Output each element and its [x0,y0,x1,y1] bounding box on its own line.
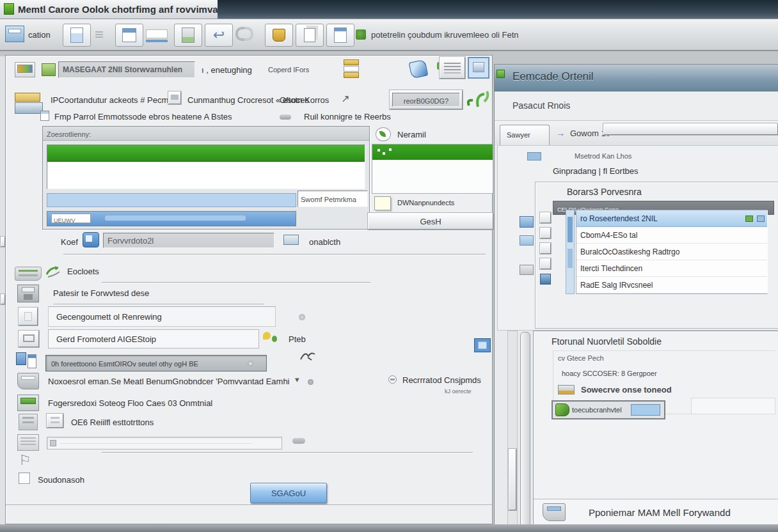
button-blue-segment [631,404,660,416]
underline-icon[interactable] [146,29,168,42]
recr-sub-label: kJ oerecte [445,388,472,395]
frame-icon[interactable] [19,331,39,347]
list-view-button[interactable] [440,57,465,79]
toolbar-left-label[interactable]: cation [28,30,51,40]
screen-icon [520,235,534,246]
gecen-row[interactable]: Gecengoumett ol Renrewing [48,306,276,327]
group-title: Borars3 Porvesnra [567,187,642,197]
badge-icon[interactable] [168,91,181,104]
item-icon-3 [540,243,551,254]
radio-icon[interactable] [388,375,397,384]
reply-button[interactable]: ↩ [205,24,233,47]
hoacy-label: hoacy SCCOSER: 8 Gergpoer [562,370,657,377]
shield-icon[interactable] [409,59,429,79]
main-toolbar: cation ≡ ↩ potetrelin çoubdum ikruvemlee… [0,19,778,51]
forward-schedule-panel: Ftorunal Nuorvletil Soboldie cv Gtece Pe… [533,331,778,532]
selected-row[interactable] [372,145,493,160]
monitor-icon [15,62,35,77]
panel-title: Ftorunal Nuorvletil Soboldie [552,336,662,347]
image-icon [473,62,484,72]
list-item[interactable]: RadE Salg IRvcsneel [576,277,767,293]
blank-icon[interactable] [19,308,38,325]
accounts-list[interactable]: ro Roseertendest 2NIL CbomA4-ESo tal Bur… [576,210,768,294]
forward-address-field[interactable]: Forvvrdoto2l [103,233,274,248]
subtitle-band: Pasacut Rnois [495,91,778,121]
canary-icon [263,332,280,346]
tab-strip: Sawyer → Gowom 10 [495,121,778,145]
save-disk-icon [17,285,39,302]
forwarding-button[interactable]: reorB0G0DG? [390,90,463,109]
recr-label[interactable]: Recrrratod Cnsjpmds [402,375,481,385]
account-note: ı , enetughing [202,65,252,75]
window-titlebar: Memtl Carore Oolok chotrfimg anf rovvimv… [0,0,778,19]
right-app-icon [496,70,505,78]
list-item[interactable]: BuralcOcOastikeshg Radtrgo [576,244,767,260]
send-progress-area [47,145,365,189]
caret-down-icon[interactable]: ▾ [295,375,299,384]
pc-icon [520,216,534,228]
accounts-label: IPCoortandutur ackeots # Pecm [51,95,168,105]
forward-rule-dropdown[interactable]: 0h foreettoono EsmtOIROv seutel othy ogH… [45,355,267,372]
new-document-button[interactable] [63,24,91,47]
list-item[interactable]: ro Roseertendest 2NIL [576,210,767,227]
copy-stack-icon[interactable] [344,59,363,79]
list-item[interactable]: CbomA4-ESo tal [576,227,767,244]
window-title: Memtl Carore Oolok chotrfimg anf rovvimv… [18,4,218,15]
list-item[interactable]: Itercti Tlechdincen [576,260,767,277]
pop-panel-label: Fmp Parrol Emmotssode ebros heatene A Bs… [54,112,232,121]
clamp-icon[interactable] [235,27,253,41]
archive-button[interactable] [265,24,293,47]
right-titlebar: Eemcade Ortenil [495,65,778,91]
clipboard-button[interactable] [174,24,202,47]
new-document-icon [70,27,83,43]
gerd-row[interactable]: Gerd Fromoterd AIGEStoip [48,329,259,348]
neramil-list[interactable] [372,144,493,194]
soudon-label[interactable]: Soudonasoh [38,475,84,485]
side-inset-box [691,398,775,414]
separator [102,282,370,283]
list-thumb-strip [566,210,575,294]
group-header-label: Zoesrotlienny: [47,130,91,138]
account-field[interactable]: MASEGAAT 2NII Storwvarnuhlen [58,61,195,78]
file-button[interactable] [326,24,354,47]
rules-label: Ruil konnigre te Reerbs [304,112,391,121]
vertical-scrollbar[interactable] [507,331,518,529]
copy-button[interactable] [296,24,324,47]
underline [53,304,264,304]
enable-label[interactable]: onablcth [309,237,340,247]
gesh-button[interactable]: GesH [368,213,493,230]
titlebar-dark-region [218,0,778,19]
empty-slider[interactable] [47,437,282,450]
window-bottom-edge [0,524,778,532]
gtece-label: cv Gtece Pech [558,354,604,362]
msetrod-label: Msetrod Kan Lhos [575,152,631,160]
soudon-checkbox[interactable] [19,473,30,484]
ginp-label: Ginpradang | fl Eortbes [553,166,638,176]
window-view-button[interactable] [115,24,143,47]
copied-label: Coperd IFors [268,66,309,74]
list-page-icon [17,434,39,451]
scrollbar-thumb[interactable] [509,449,516,510]
panel-splitter[interactable] [520,332,530,531]
restrictions-label[interactable]: OE6 Reiilfl esttotrttons [71,418,154,427]
pteb-label: Pteb [289,334,306,344]
bottom-status-row[interactable]: Pponiemar MAM Mell Forywandd [534,499,778,526]
image-view-button[interactable] [468,57,489,79]
send-button[interactable]: SGAGoU [250,483,327,503]
device-icon [520,265,534,275]
green-arrows-icon [44,263,62,279]
app-icon [4,3,14,15]
dictionary-button[interactable]: toecubcranhvtel [552,400,665,419]
dropdown-dot [248,361,253,366]
swom-label-box[interactable]: Swomf Petmrkma [298,191,368,207]
bottom-label: Pponiemar MAM Mell Forywandd [589,507,731,518]
copy-pages-icon [304,28,315,42]
right-subtitle: Pasacut Rnois [512,100,570,111]
lines-icon[interactable]: ≡ [95,27,104,42]
tab-sawyer[interactable]: Sawyer [500,125,550,145]
dialog-footer-line [6,505,492,506]
edge-mark [1,237,5,247]
attachment-chip-icon[interactable] [474,338,491,352]
restrictions-checkbox[interactable] [47,414,63,428]
right-title: Eemcade Ortenil [512,70,594,83]
